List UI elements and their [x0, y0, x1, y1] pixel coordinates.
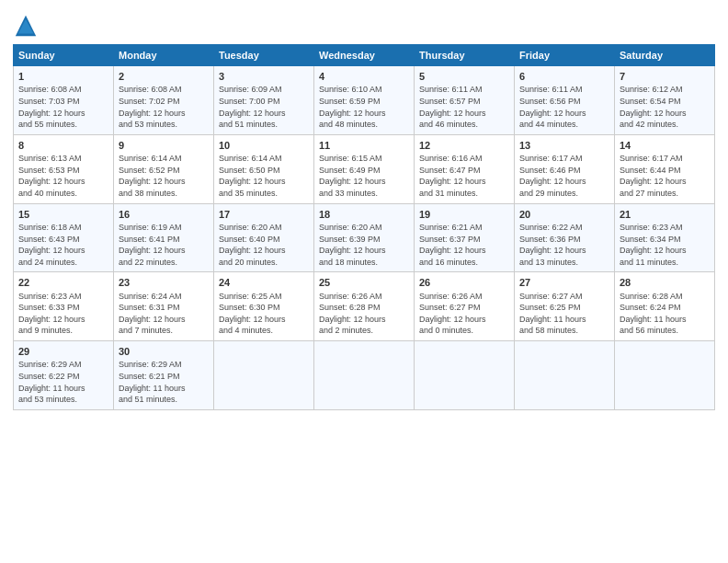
- day-info: Sunrise: 6:14 AM Sunset: 6:52 PM Dayligh…: [119, 153, 209, 199]
- header: [13, 9, 715, 39]
- header-cell-saturday: Saturday: [615, 45, 715, 66]
- calendar-cell: 19Sunrise: 6:21 AM Sunset: 6:37 PM Dayli…: [415, 203, 515, 272]
- calendar-cell: 8Sunrise: 6:13 AM Sunset: 6:53 PM Daylig…: [14, 134, 114, 203]
- day-number: 29: [18, 345, 108, 359]
- day-number: 12: [419, 139, 509, 153]
- week-row: 29Sunrise: 6:29 AM Sunset: 6:22 PM Dayli…: [14, 341, 715, 410]
- header-cell-friday: Friday: [515, 45, 615, 66]
- day-number: 9: [119, 139, 209, 153]
- calendar-cell: 13Sunrise: 6:17 AM Sunset: 6:46 PM Dayli…: [515, 134, 615, 203]
- header-cell-thursday: Thursday: [415, 45, 515, 66]
- calendar-cell: 22Sunrise: 6:23 AM Sunset: 6:33 PM Dayli…: [14, 272, 114, 341]
- week-row: 8Sunrise: 6:13 AM Sunset: 6:53 PM Daylig…: [14, 134, 715, 203]
- calendar-cell: 17Sunrise: 6:20 AM Sunset: 6:40 PM Dayli…: [214, 203, 314, 272]
- day-number: 18: [319, 208, 409, 222]
- day-info: Sunrise: 6:25 AM Sunset: 6:30 PM Dayligh…: [219, 291, 309, 337]
- calendar-body: 1Sunrise: 6:08 AM Sunset: 7:03 PM Daylig…: [14, 66, 715, 410]
- calendar-cell: 18Sunrise: 6:20 AM Sunset: 6:39 PM Dayli…: [314, 203, 415, 272]
- calendar-cell: 21Sunrise: 6:23 AM Sunset: 6:34 PM Dayli…: [615, 203, 715, 272]
- day-info: Sunrise: 6:29 AM Sunset: 6:22 PM Dayligh…: [18, 359, 108, 405]
- day-number: 19: [419, 208, 509, 222]
- day-number: 10: [219, 139, 309, 153]
- day-info: Sunrise: 6:24 AM Sunset: 6:31 PM Dayligh…: [119, 291, 209, 337]
- calendar-cell: 6Sunrise: 6:11 AM Sunset: 6:56 PM Daylig…: [515, 66, 615, 135]
- day-number: 13: [519, 139, 609, 153]
- day-number: 16: [119, 208, 209, 222]
- week-row: 1Sunrise: 6:08 AM Sunset: 7:03 PM Daylig…: [14, 66, 715, 135]
- day-number: 14: [620, 139, 710, 153]
- calendar-cell: [214, 341, 314, 410]
- day-info: Sunrise: 6:26 AM Sunset: 6:27 PM Dayligh…: [419, 291, 509, 337]
- day-info: Sunrise: 6:19 AM Sunset: 6:41 PM Dayligh…: [119, 222, 209, 268]
- day-info: Sunrise: 6:10 AM Sunset: 6:59 PM Dayligh…: [319, 84, 409, 130]
- page: SundayMondayTuesdayWednesdayThursdayFrid…: [0, 0, 728, 563]
- day-info: Sunrise: 6:20 AM Sunset: 6:39 PM Dayligh…: [319, 222, 409, 268]
- calendar-cell: 3Sunrise: 6:09 AM Sunset: 7:00 PM Daylig…: [214, 66, 314, 135]
- calendar-cell: 24Sunrise: 6:25 AM Sunset: 6:30 PM Dayli…: [214, 272, 314, 341]
- calendar-cell: [515, 341, 615, 410]
- day-info: Sunrise: 6:09 AM Sunset: 7:00 PM Dayligh…: [219, 84, 309, 130]
- header-cell-monday: Monday: [114, 45, 214, 66]
- day-info: Sunrise: 6:23 AM Sunset: 6:34 PM Dayligh…: [620, 222, 710, 268]
- day-number: 1: [18, 70, 108, 84]
- calendar-cell: [615, 341, 715, 410]
- calendar-cell: 1Sunrise: 6:08 AM Sunset: 7:03 PM Daylig…: [14, 66, 114, 135]
- calendar-cell: 26Sunrise: 6:26 AM Sunset: 6:27 PM Dayli…: [415, 272, 515, 341]
- calendar-cell: 23Sunrise: 6:24 AM Sunset: 6:31 PM Dayli…: [114, 272, 214, 341]
- calendar-header: SundayMondayTuesdayWednesdayThursdayFrid…: [14, 45, 715, 66]
- day-info: Sunrise: 6:08 AM Sunset: 7:02 PM Dayligh…: [119, 84, 209, 130]
- day-info: Sunrise: 6:16 AM Sunset: 6:47 PM Dayligh…: [419, 153, 509, 199]
- header-cell-sunday: Sunday: [14, 45, 114, 66]
- logo-icon: [13, 13, 39, 39]
- week-row: 22Sunrise: 6:23 AM Sunset: 6:33 PM Dayli…: [14, 272, 715, 341]
- calendar-cell: 2Sunrise: 6:08 AM Sunset: 7:02 PM Daylig…: [114, 66, 214, 135]
- calendar-cell: 20Sunrise: 6:22 AM Sunset: 6:36 PM Dayli…: [515, 203, 615, 272]
- day-number: 7: [620, 70, 710, 84]
- day-number: 28: [620, 276, 710, 290]
- day-info: Sunrise: 6:13 AM Sunset: 6:53 PM Dayligh…: [18, 153, 108, 199]
- day-number: 17: [219, 208, 309, 222]
- day-number: 3: [219, 70, 309, 84]
- calendar-cell: 25Sunrise: 6:26 AM Sunset: 6:28 PM Dayli…: [314, 272, 415, 341]
- day-number: 30: [119, 345, 209, 359]
- day-info: Sunrise: 6:11 AM Sunset: 6:56 PM Dayligh…: [519, 84, 609, 130]
- logo: [13, 13, 42, 39]
- day-number: 27: [519, 276, 609, 290]
- calendar-cell: [415, 341, 515, 410]
- day-info: Sunrise: 6:17 AM Sunset: 6:46 PM Dayligh…: [519, 153, 609, 199]
- day-number: 2: [119, 70, 209, 84]
- day-info: Sunrise: 6:22 AM Sunset: 6:36 PM Dayligh…: [519, 222, 609, 268]
- day-info: Sunrise: 6:18 AM Sunset: 6:43 PM Dayligh…: [18, 222, 108, 268]
- calendar-cell: 27Sunrise: 6:27 AM Sunset: 6:25 PM Dayli…: [515, 272, 615, 341]
- day-number: 26: [419, 276, 509, 290]
- calendar-cell: 4Sunrise: 6:10 AM Sunset: 6:59 PM Daylig…: [314, 66, 415, 135]
- day-info: Sunrise: 6:20 AM Sunset: 6:40 PM Dayligh…: [219, 222, 309, 268]
- calendar-cell: 9Sunrise: 6:14 AM Sunset: 6:52 PM Daylig…: [114, 134, 214, 203]
- calendar-cell: 5Sunrise: 6:11 AM Sunset: 6:57 PM Daylig…: [415, 66, 515, 135]
- day-info: Sunrise: 6:21 AM Sunset: 6:37 PM Dayligh…: [419, 222, 509, 268]
- day-info: Sunrise: 6:28 AM Sunset: 6:24 PM Dayligh…: [620, 291, 710, 337]
- day-info: Sunrise: 6:23 AM Sunset: 6:33 PM Dayligh…: [18, 291, 108, 337]
- day-number: 23: [119, 276, 209, 290]
- day-info: Sunrise: 6:14 AM Sunset: 6:50 PM Dayligh…: [219, 153, 309, 199]
- header-cell-tuesday: Tuesday: [214, 45, 314, 66]
- day-info: Sunrise: 6:27 AM Sunset: 6:25 PM Dayligh…: [519, 291, 609, 337]
- day-number: 20: [519, 208, 609, 222]
- calendar-cell: 16Sunrise: 6:19 AM Sunset: 6:41 PM Dayli…: [114, 203, 214, 272]
- header-row: SundayMondayTuesdayWednesdayThursdayFrid…: [14, 45, 715, 66]
- day-number: 21: [620, 208, 710, 222]
- day-info: Sunrise: 6:11 AM Sunset: 6:57 PM Dayligh…: [419, 84, 509, 130]
- calendar-cell: 30Sunrise: 6:29 AM Sunset: 6:21 PM Dayli…: [114, 341, 214, 410]
- day-number: 8: [18, 139, 108, 153]
- calendar-cell: 14Sunrise: 6:17 AM Sunset: 6:44 PM Dayli…: [615, 134, 715, 203]
- calendar-cell: [314, 341, 415, 410]
- day-info: Sunrise: 6:12 AM Sunset: 6:54 PM Dayligh…: [620, 84, 710, 130]
- day-number: 15: [18, 208, 108, 222]
- calendar-cell: 29Sunrise: 6:29 AM Sunset: 6:22 PM Dayli…: [14, 341, 114, 410]
- calendar-cell: 11Sunrise: 6:15 AM Sunset: 6:49 PM Dayli…: [314, 134, 415, 203]
- day-info: Sunrise: 6:15 AM Sunset: 6:49 PM Dayligh…: [319, 153, 409, 199]
- calendar-cell: 28Sunrise: 6:28 AM Sunset: 6:24 PM Dayli…: [615, 272, 715, 341]
- day-number: 11: [319, 139, 409, 153]
- day-number: 6: [519, 70, 609, 84]
- calendar-cell: 12Sunrise: 6:16 AM Sunset: 6:47 PM Dayli…: [415, 134, 515, 203]
